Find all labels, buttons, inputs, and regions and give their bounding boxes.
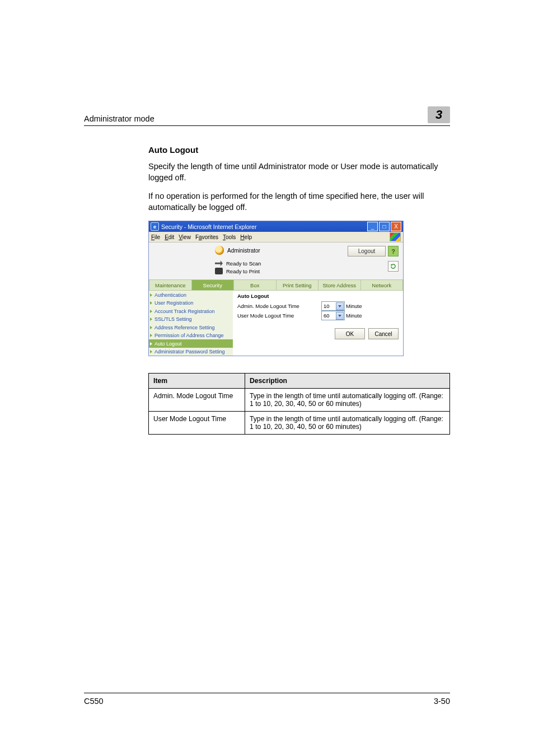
window-title: Security - Microsoft Internet Explorer <box>161 223 256 230</box>
tab-store-address[interactable]: Store Address <box>318 279 361 291</box>
user-logout-value: 60 <box>324 312 330 319</box>
sidenav: Authentication User Registration Account… <box>149 291 233 356</box>
sidenav-ssl-tls[interactable]: SSL/TLS Setting <box>149 315 233 324</box>
admin-logout-select[interactable]: 10 <box>321 301 345 311</box>
field-user-logout: User Mode Logout Time 60 Minute <box>237 311 399 320</box>
field-admin-logout-label: Admin. Mode Logout Time <box>237 303 321 309</box>
user-logout-unit: Minute <box>346 312 362 319</box>
menu-favorites[interactable]: Favorites <box>195 234 218 240</box>
chevron-down-icon <box>336 312 344 320</box>
sidenav-admin-password[interactable]: Administrator Password Setting <box>149 348 233 356</box>
windows-flag-icon <box>390 232 401 241</box>
tab-security[interactable]: Security <box>192 279 235 291</box>
minimize-button[interactable]: _ <box>367 222 378 231</box>
window-titlebar: e Security - Microsoft Internet Explorer… <box>149 221 403 232</box>
admin-logout-unit: Minute <box>346 303 362 309</box>
panel-title: Auto Logout <box>237 293 399 299</box>
maximize-button[interactable]: □ <box>379 222 390 231</box>
status-scan: Ready to Scan <box>226 260 261 267</box>
user-logout-select[interactable]: 60 <box>321 311 345 320</box>
refresh-button[interactable] <box>388 261 399 272</box>
field-admin-logout: Admin. Mode Logout Time 10 Minute <box>237 301 399 311</box>
tab-network[interactable]: Network <box>361 279 404 291</box>
chevron-down-icon <box>336 302 344 310</box>
menubar: File Edit View Favorites Tools Help <box>149 232 403 242</box>
tabbar: Maintenance Security Box Print Setting S… <box>149 279 403 291</box>
status-print: Ready to Print <box>226 268 260 274</box>
th-item: Item <box>149 374 245 389</box>
sidenav-user-registration[interactable]: User Registration <box>149 299 233 307</box>
screenshot-window: e Security - Microsoft Internet Explorer… <box>148 221 404 356</box>
sidenav-auto-logout[interactable]: Auto Logout <box>149 339 233 348</box>
tab-maintenance[interactable]: Maintenance <box>149 279 192 291</box>
section-title: Auto Logout <box>148 145 450 155</box>
menu-view[interactable]: View <box>179 234 191 240</box>
field-user-logout-label: User Mode Logout Time <box>237 312 321 319</box>
menu-help[interactable]: Help <box>240 234 252 240</box>
help-button[interactable]: ? <box>388 246 399 256</box>
running-head-text: Administrator mode <box>84 114 154 123</box>
close-button[interactable]: X <box>391 222 401 231</box>
table-row: User Mode Logout Time Type in the length… <box>149 412 450 435</box>
sidenav-permission-address[interactable]: Permission of Address Change <box>149 332 233 340</box>
sidenav-authentication[interactable]: Authentication <box>149 291 233 299</box>
sidenav-address-reference[interactable]: Address Reference Setting <box>149 323 233 332</box>
sidenav-account-track[interactable]: Account Track Registration <box>149 307 233 315</box>
cell-desc: Type in the length of time until automat… <box>245 389 450 412</box>
cell-desc: Type in the length of time until automat… <box>245 412 450 435</box>
table-row: Admin. Mode Logout Time Type in the leng… <box>149 389 450 412</box>
role-label: Administrator <box>227 248 260 254</box>
admin-avatar-icon <box>215 246 224 255</box>
ie-icon: e <box>151 222 159 231</box>
cancel-button[interactable]: Cancel <box>368 328 399 339</box>
tab-box[interactable]: Box <box>234 279 277 291</box>
description-table: Item Description Admin. Mode Logout Time… <box>148 373 450 435</box>
section-para-1: Specify the length of time until Adminis… <box>148 161 450 183</box>
section-para-2: If no operation is performed for the len… <box>148 191 450 213</box>
footer-right: 3-50 <box>434 697 450 706</box>
menu-file[interactable]: File <box>151 234 160 240</box>
admin-logout-value: 10 <box>324 303 330 309</box>
ok-button[interactable]: OK <box>335 328 365 339</box>
menu-edit[interactable]: Edit <box>165 234 174 240</box>
printer-icon <box>215 268 223 274</box>
footer-left: C550 <box>84 697 104 706</box>
chapter-badge: 3 <box>428 106 450 123</box>
tab-print-setting[interactable]: Print Setting <box>277 279 319 291</box>
th-description: Description <box>245 374 450 389</box>
cell-item: Admin. Mode Logout Time <box>149 389 245 412</box>
scan-icon <box>215 260 223 266</box>
cell-item: User Mode Logout Time <box>149 412 245 435</box>
logout-button[interactable]: Logout <box>348 246 386 256</box>
menu-tools[interactable]: Tools <box>223 234 236 240</box>
